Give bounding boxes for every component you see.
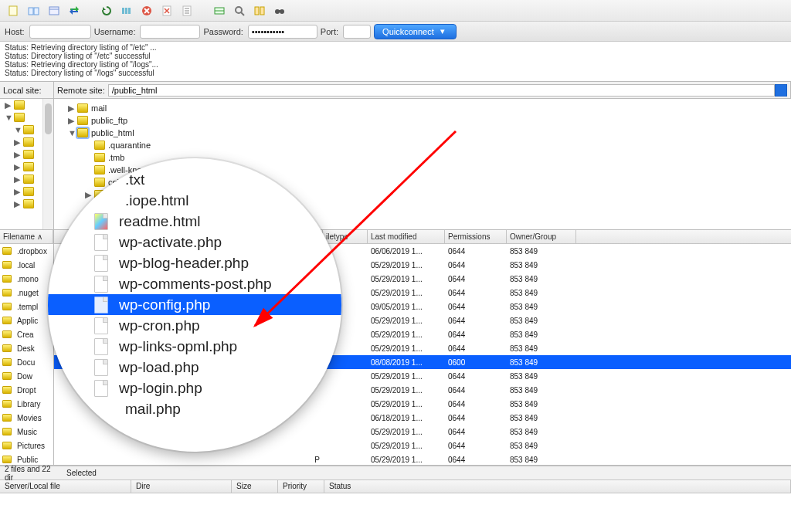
svg-line-17 bbox=[241, 12, 244, 15]
remote-col-modified[interactable]: Last modified bbox=[368, 230, 445, 243]
remote-tree-node[interactable]: .quarantine bbox=[60, 139, 785, 151]
svg-rect-22 bbox=[278, 10, 281, 12]
local-file-row[interactable]: Public bbox=[0, 452, 53, 465]
svg-rect-6 bbox=[125, 8, 127, 14]
queue-col-size[interactable]: Size bbox=[232, 480, 278, 493]
password-input[interactable] bbox=[248, 25, 317, 39]
toggle-icon[interactable] bbox=[212, 3, 227, 19]
remote-site-label: Remote site: bbox=[57, 86, 105, 95]
local-col-filename[interactable]: Filename ∧ bbox=[0, 230, 53, 243]
host-input[interactable] bbox=[29, 25, 91, 39]
local-file-row[interactable]: Applic bbox=[0, 313, 53, 327]
compare-icon[interactable] bbox=[252, 3, 267, 19]
magnified-file-row: wp-activate.php bbox=[48, 232, 341, 252]
queue-body[interactable] bbox=[0, 493, 791, 532]
log-line: Status: Retrieving directory listing of … bbox=[5, 60, 786, 69]
magnified-file-row: readme.html bbox=[48, 211, 341, 232]
magnified-file-row: wp-cron.php bbox=[48, 315, 341, 336]
local-file-row[interactable]: Docu bbox=[0, 355, 53, 369]
local-file-row[interactable]: .nuget bbox=[0, 286, 53, 300]
svg-rect-7 bbox=[128, 8, 131, 14]
delete-page-icon[interactable] bbox=[159, 3, 175, 19]
queue-col-serverfile[interactable]: Server/Local file bbox=[0, 480, 131, 493]
local-file-row[interactable]: Music bbox=[0, 425, 53, 439]
refresh-icon[interactable] bbox=[99, 3, 114, 19]
remote-file-row[interactable]: P05/29/2019 1...0644853 849 bbox=[54, 452, 791, 465]
file-icon bbox=[94, 338, 108, 355]
file-icon bbox=[94, 276, 108, 293]
remote-tree-node[interactable]: ▶public_ftp bbox=[60, 114, 785, 127]
remote-tree-node[interactable]: ▼public_html bbox=[60, 127, 785, 139]
local-file-row[interactable]: Desk bbox=[0, 341, 53, 355]
file-icon bbox=[94, 317, 108, 334]
log-line: Status: Directory listing of "/logs" suc… bbox=[5, 69, 786, 77]
list-status-strip: 2 files and 22 dir Selected bbox=[0, 466, 791, 479]
scrollbar[interactable] bbox=[42, 99, 53, 229]
remote-col-permissions[interactable]: Permissions bbox=[445, 230, 507, 243]
local-columns-header[interactable]: Filename ∧ bbox=[0, 230, 53, 244]
remote-status-text: Selected bbox=[66, 469, 97, 477]
window-icon[interactable] bbox=[46, 3, 62, 19]
quickconnect-button[interactable]: Quickconnect ▾ bbox=[374, 24, 457, 39]
local-file-list[interactable]: Filename ∧ .dropbox.local.mono.nuget.tem… bbox=[0, 230, 54, 465]
local-site-label: Local site: bbox=[3, 86, 42, 95]
local-file-row[interactable]: Dropt bbox=[0, 383, 53, 397]
cancel-icon[interactable] bbox=[139, 3, 154, 19]
local-file-row[interactable]: Movies bbox=[0, 411, 53, 425]
local-file-row[interactable]: Dow bbox=[0, 369, 53, 383]
remote-col-owner[interactable]: Owner/Group bbox=[507, 230, 576, 243]
magnified-file-row: wp-links-opml.php bbox=[48, 336, 341, 357]
magnifier-overlay: .txt.iope.htmlreadme.htmlwp-activate.php… bbox=[48, 158, 341, 452]
svg-rect-2 bbox=[34, 8, 39, 15]
host-label: Host: bbox=[5, 27, 25, 36]
svg-rect-0 bbox=[9, 6, 17, 15]
local-file-row[interactable]: .templ bbox=[0, 300, 53, 313]
username-label: Username: bbox=[94, 27, 136, 36]
remote-path-dropdown-icon[interactable] bbox=[775, 84, 787, 97]
binoculars-icon[interactable] bbox=[272, 3, 287, 19]
log-line: Status: Directory listing of "/etc" succ… bbox=[5, 52, 786, 60]
tabs-icon[interactable] bbox=[26, 3, 42, 19]
site-paths-bar: Local site: Remote site: bbox=[0, 82, 791, 99]
file-icon bbox=[94, 255, 108, 272]
main-toolbar bbox=[0, 0, 791, 22]
file-icon bbox=[94, 380, 108, 397]
port-label: Port: bbox=[321, 27, 338, 36]
svg-rect-1 bbox=[29, 8, 33, 15]
svg-rect-18 bbox=[255, 7, 259, 15]
local-file-row[interactable]: .mono bbox=[0, 272, 53, 286]
connection-bar: Host: Username: Password: Port: Quickcon… bbox=[0, 22, 791, 42]
filter-icon[interactable] bbox=[119, 3, 134, 19]
log-line: Status: Retrieving directory listing of … bbox=[5, 43, 786, 52]
search-icon[interactable] bbox=[232, 3, 247, 19]
remote-tree-node[interactable]: ▶mail bbox=[60, 102, 785, 114]
remote-site-cell: Remote site: bbox=[54, 82, 791, 98]
username-input[interactable] bbox=[140, 25, 200, 39]
page-icon[interactable] bbox=[6, 3, 22, 19]
magnified-file-row: wp-config.php bbox=[48, 294, 341, 315]
queue-col-dir[interactable]: Dire bbox=[131, 480, 232, 493]
arrows-icon[interactable] bbox=[66, 3, 82, 19]
queue-col-priority[interactable]: Priority bbox=[278, 480, 324, 493]
quickconnect-dropdown-icon[interactable]: ▾ bbox=[437, 26, 448, 37]
local-file-row[interactable]: .dropbox bbox=[0, 244, 53, 258]
port-input[interactable] bbox=[343, 25, 371, 39]
remote-col-filetype[interactable]: iletype bbox=[323, 230, 368, 243]
svg-rect-3 bbox=[49, 7, 59, 15]
local-file-row[interactable]: Crea bbox=[0, 327, 53, 341]
svg-rect-5 bbox=[122, 8, 124, 14]
remote-path-input[interactable] bbox=[108, 84, 775, 97]
queue-col-status[interactable]: Status bbox=[324, 480, 791, 493]
queue-columns: Server/Local file Dire Size Priority Sta… bbox=[0, 479, 791, 493]
local-status-text: 2 files and 22 dir bbox=[5, 465, 51, 482]
file-icon bbox=[94, 359, 108, 376]
local-file-row[interactable]: Library bbox=[0, 397, 53, 411]
local-tree[interactable]: ▶▼▼▶▶▶▶▶▶ bbox=[0, 99, 54, 229]
local-site-cell: Local site: bbox=[0, 82, 54, 98]
file-icon bbox=[94, 296, 108, 313]
local-file-row[interactable]: Pictures bbox=[0, 439, 53, 452]
local-file-row[interactable]: .local bbox=[0, 258, 53, 272]
log-panel[interactable]: Status: Retrieving directory listing of … bbox=[0, 42, 791, 82]
magnified-file-row: wp-login.php bbox=[48, 378, 341, 398]
list-page-icon[interactable] bbox=[179, 3, 195, 19]
